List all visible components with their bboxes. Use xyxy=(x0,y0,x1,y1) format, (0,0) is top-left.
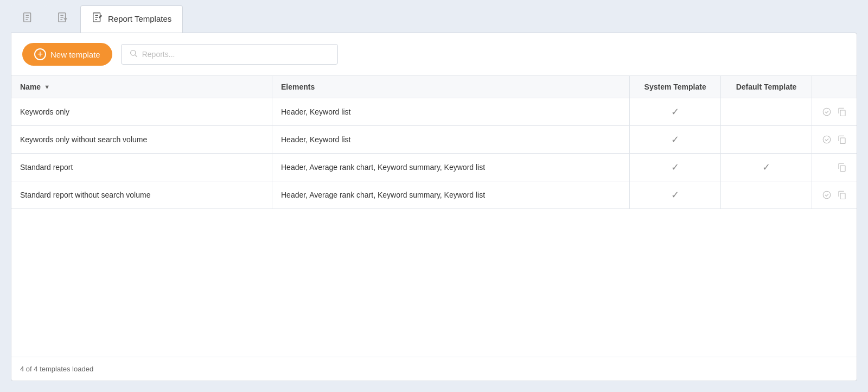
app-container: Report Templates + New template xyxy=(0,0,868,392)
set-default-icon[interactable] xyxy=(821,189,833,201)
row-2-system-template: ✓ xyxy=(630,154,721,181)
row-0-default-template xyxy=(721,98,812,126)
row-0-system-template: ✓ xyxy=(630,98,721,126)
table-container: Name ▼ Elements System Template Default … xyxy=(11,76,857,357)
svg-rect-16 xyxy=(840,110,845,116)
sort-icon: ▼ xyxy=(44,84,50,90)
col-header-actions xyxy=(812,76,857,98)
toolbar: + New template xyxy=(11,33,857,76)
row-3-system-template: ✓ xyxy=(630,181,721,209)
svg-point-15 xyxy=(823,108,831,116)
plus-icon: + xyxy=(34,48,46,60)
new-template-button[interactable]: + New template xyxy=(22,43,112,66)
set-default-icon[interactable] xyxy=(821,106,833,118)
col-header-system: System Template xyxy=(630,76,721,98)
check-default-icon: ✓ xyxy=(762,162,770,173)
row-0-elements: Header, Keyword list xyxy=(272,98,630,126)
search-box xyxy=(121,44,338,65)
col-header-name[interactable]: Name ▼ xyxy=(11,76,272,98)
row-1-actions xyxy=(812,126,857,154)
tab-templates[interactable]: Report Templates xyxy=(80,5,183,33)
check-system-icon: ✓ xyxy=(671,189,679,200)
search-input[interactable] xyxy=(142,50,330,59)
search-icon xyxy=(129,49,138,60)
check-system-icon: ✓ xyxy=(671,162,679,173)
row-2-actions xyxy=(812,154,857,181)
col-header-default: Default Template xyxy=(721,76,812,98)
row-3-name: Standard report without search volume xyxy=(11,181,272,209)
tab-bar: Report Templates xyxy=(11,5,857,33)
tab-templates-label: Report Templates xyxy=(108,14,171,23)
table-row: Standard reportHeader, Average rank char… xyxy=(11,154,857,181)
check-system-icon: ✓ xyxy=(671,134,679,145)
row-2-name: Standard report xyxy=(11,154,272,181)
template-icon xyxy=(92,11,104,26)
table-row: Standard report without search volumeHea… xyxy=(11,181,857,209)
copy-template-icon[interactable] xyxy=(836,106,848,118)
row-2-elements: Header, Average rank chart, Keyword summ… xyxy=(272,154,630,181)
copy-template-icon[interactable] xyxy=(836,189,848,201)
tab-reports[interactable] xyxy=(11,5,46,33)
svg-rect-19 xyxy=(840,166,845,172)
tab-export[interactable] xyxy=(46,5,80,33)
set-default-icon[interactable] xyxy=(821,134,833,146)
check-system-icon: ✓ xyxy=(671,106,679,117)
row-0-actions xyxy=(812,98,857,126)
table-body: Keywords onlyHeader, Keyword list✓Keywor… xyxy=(11,98,857,209)
table-header-row: Name ▼ Elements System Template Default … xyxy=(11,76,857,98)
new-template-label: New template xyxy=(50,50,100,59)
copy-template-icon[interactable] xyxy=(836,161,848,173)
svg-rect-18 xyxy=(840,138,845,144)
table-row: Keywords onlyHeader, Keyword list✓ xyxy=(11,98,857,126)
row-1-name: Keywords only without search volume xyxy=(11,126,272,154)
row-0-name: Keywords only xyxy=(11,98,272,126)
row-3-elements: Header, Average rank chart, Keyword summ… xyxy=(272,181,630,209)
row-2-default-template: ✓ xyxy=(721,154,812,181)
svg-point-13 xyxy=(130,50,135,55)
svg-rect-21 xyxy=(840,193,845,199)
row-3-default-template xyxy=(721,181,812,209)
row-1-default-template xyxy=(721,126,812,154)
row-3-actions xyxy=(812,181,857,209)
svg-line-14 xyxy=(135,55,137,57)
templates-table: Name ▼ Elements System Template Default … xyxy=(11,76,857,209)
table-row: Keywords only without search volumeHeade… xyxy=(11,126,857,154)
report-icon xyxy=(22,11,34,26)
main-panel: + New template xyxy=(11,33,857,381)
col-header-elements: Elements xyxy=(272,76,630,98)
copy-template-icon[interactable] xyxy=(836,134,848,146)
svg-point-20 xyxy=(823,191,831,199)
svg-point-17 xyxy=(823,136,831,143)
footer: 4 of 4 templates loaded xyxy=(11,357,857,381)
row-1-system-template: ✓ xyxy=(630,126,721,154)
footer-status: 4 of 4 templates loaded xyxy=(20,365,93,373)
row-1-elements: Header, Keyword list xyxy=(272,126,630,154)
export-icon xyxy=(57,11,69,26)
